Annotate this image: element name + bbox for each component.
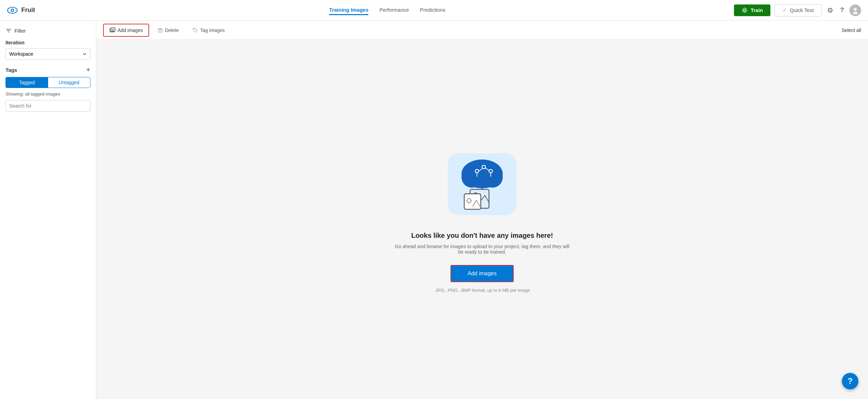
tag-images-button[interactable]: Tag images bbox=[187, 25, 230, 36]
help-bubble-button[interactable]: ? bbox=[842, 373, 858, 389]
empty-subtitle: Go ahead and browse for images to upload… bbox=[393, 244, 571, 255]
svg-point-18 bbox=[194, 29, 194, 29]
tag-images-label: Tag images bbox=[200, 27, 225, 33]
filter-label: Filter bbox=[14, 28, 26, 34]
main-area: Filter Iteration Workspace Tags + Tagged… bbox=[0, 21, 868, 399]
tag-toggle: Tagged Untagged bbox=[5, 77, 90, 88]
filter-button[interactable]: Filter bbox=[5, 27, 90, 34]
untagged-button[interactable]: Untagged bbox=[48, 77, 90, 88]
gear-train-icon bbox=[742, 7, 748, 13]
iteration-label: Iteration bbox=[5, 40, 90, 45]
train-label: Train bbox=[750, 7, 763, 13]
checkmark-icon: ✓ bbox=[782, 7, 787, 13]
tagged-button[interactable]: Tagged bbox=[6, 77, 48, 88]
header-actions: Train ✓ Quick Test ⚙ ? bbox=[734, 4, 861, 16]
add-tag-button[interactable]: + bbox=[86, 66, 90, 74]
toolbar: Add images Delete Tag images bbox=[96, 21, 868, 40]
filter-icon bbox=[5, 27, 12, 34]
help-icon: ? bbox=[840, 7, 844, 14]
add-images-icon bbox=[109, 27, 115, 33]
main-nav: Training Images Performance Predictions bbox=[46, 5, 728, 15]
tags-title: Tags bbox=[5, 67, 17, 73]
user-icon bbox=[852, 7, 859, 14]
delete-label: Delete bbox=[165, 27, 179, 33]
tags-section: Tags + Tagged Untagged Showing: all tagg… bbox=[5, 66, 90, 112]
svg-rect-35 bbox=[464, 194, 481, 209]
quick-test-label: Quick Test bbox=[790, 7, 814, 13]
nav-training-images[interactable]: Training Images bbox=[329, 5, 368, 15]
file-format-hint: .JPG, .PNG, .BMP format, up to 6 MB per … bbox=[434, 288, 530, 293]
quick-test-button[interactable]: ✓ Quick Test bbox=[775, 4, 822, 16]
settings-button[interactable]: ⚙ bbox=[826, 5, 835, 16]
iteration-section: Iteration Workspace bbox=[5, 40, 90, 60]
add-images-button[interactable]: Add images bbox=[103, 24, 149, 37]
app-title: Fruit bbox=[21, 7, 35, 14]
sidebar: Filter Iteration Workspace Tags + Tagged… bbox=[0, 21, 96, 399]
svg-rect-15 bbox=[158, 29, 162, 32]
svg-point-4 bbox=[854, 8, 857, 11]
tags-header: Tags + bbox=[5, 66, 90, 74]
iteration-dropdown[interactable]: Workspace bbox=[5, 48, 90, 60]
svg-point-2 bbox=[12, 9, 13, 11]
eye-icon bbox=[7, 5, 18, 16]
help-bubble-icon: ? bbox=[848, 376, 853, 386]
train-button[interactable]: Train bbox=[734, 4, 770, 16]
help-header-button[interactable]: ? bbox=[839, 5, 845, 15]
search-input[interactable] bbox=[5, 100, 90, 112]
delete-button[interactable]: Delete bbox=[152, 25, 184, 36]
svg-rect-14 bbox=[159, 28, 161, 29]
settings-icon: ⚙ bbox=[827, 6, 833, 14]
app-logo[interactable]: Fruit bbox=[7, 5, 35, 16]
delete-icon bbox=[157, 27, 163, 33]
header: Fruit Training Images Performance Predic… bbox=[0, 0, 868, 21]
nav-performance[interactable]: Performance bbox=[379, 5, 409, 15]
avatar[interactable] bbox=[849, 4, 861, 16]
empty-title: Looks like you don't have any images her… bbox=[411, 232, 553, 240]
select-all-button[interactable]: Select all bbox=[842, 27, 861, 33]
nav-predictions[interactable]: Predictions bbox=[420, 5, 445, 15]
content-area: Add images Delete Tag images bbox=[96, 21, 868, 399]
showing-label: Showing: all tagged images bbox=[5, 91, 90, 97]
svg-point-5 bbox=[853, 12, 858, 14]
empty-state: Looks like you don't have any images her… bbox=[96, 40, 868, 399]
tag-icon bbox=[192, 27, 198, 33]
add-images-label: Add images bbox=[118, 27, 143, 33]
empty-illustration bbox=[444, 146, 520, 222]
add-images-center-button[interactable]: Add images bbox=[450, 265, 514, 282]
svg-point-3 bbox=[744, 9, 746, 11]
